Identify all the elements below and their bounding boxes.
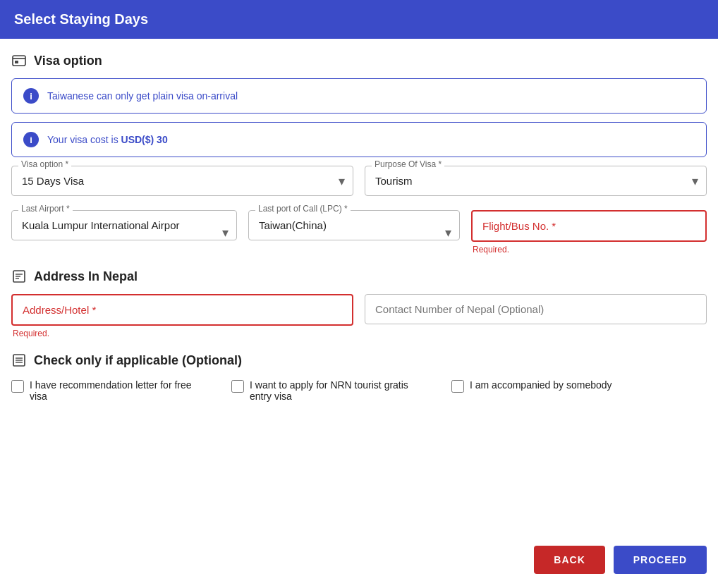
contact-input[interactable] (365, 294, 707, 324)
purpose-field: Purpose Of Visa * Tourism ▾ (365, 166, 707, 196)
address-row: Required. (11, 294, 707, 338)
info-banner-2: i Your visa cost is USD($) 30 (11, 122, 707, 157)
last-airport-select[interactable]: Kuala Lumpur International Airpor (11, 210, 237, 240)
page-header: Select Staying Days (0, 0, 718, 39)
checkbox-1[interactable] (11, 380, 24, 393)
checkbox-row: I have recommendation letter for free vi… (11, 379, 707, 402)
address-section-icon (11, 269, 27, 284)
info-icon-2: i (23, 132, 39, 147)
address-field: Required. (11, 294, 353, 338)
address-input[interactable] (11, 294, 353, 326)
address-error: Required. (11, 329, 353, 338)
checkboxes-section: I have recommendation letter for free vi… (11, 379, 707, 402)
info-icon-1: i (23, 88, 39, 104)
visa-purpose-row: Visa option * 15 Days Visa ▾ Purpose Of … (11, 166, 707, 196)
optional-section-header: Check only if applicable (Optional) (11, 353, 707, 368)
visa-section-title: Visa option (34, 54, 102, 68)
last-port-field: Last port of Call (LPC) * Taiwan(China) … (248, 210, 460, 255)
last-airport-label: Last Airport * (18, 204, 73, 214)
optional-section-icon (11, 353, 27, 368)
footer-buttons: BACK PROCEED (0, 539, 718, 588)
optional-section-title: Check only if applicable (Optional) (34, 353, 242, 368)
flight-bus-input[interactable] (471, 210, 707, 242)
proceed-button[interactable]: PROCEED (614, 546, 707, 574)
address-section-title: Address In Nepal (34, 269, 138, 284)
svg-rect-2 (15, 61, 18, 63)
flight-bus-field: Required. (471, 210, 707, 255)
checkbox-item-3: I am accompanied by somebody (451, 379, 612, 393)
visa-section-icon (11, 53, 27, 68)
last-airport-field: Last Airport * Kuala Lumpur Internationa… (11, 210, 237, 255)
visa-section-header: Visa option (11, 53, 707, 68)
checkbox-item-1: I have recommendation letter for free vi… (11, 379, 209, 402)
purpose-label: Purpose Of Visa * (372, 159, 444, 169)
checkbox-item-2: I want to apply for NRN tourist gratis e… (231, 379, 429, 402)
checkbox-3[interactable] (451, 380, 464, 393)
checkbox-1-label: I have recommendation letter for free vi… (30, 379, 209, 402)
address-section-header: Address In Nepal (11, 269, 707, 284)
last-port-select[interactable]: Taiwan(China) (248, 210, 460, 240)
purpose-select[interactable]: Tourism (365, 166, 707, 196)
contact-field (365, 294, 707, 338)
visa-option-label: Visa option * (18, 159, 71, 169)
checkbox-3-label: I am accompanied by somebody (470, 379, 612, 391)
info-text-2: Your visa cost is USD($) 30 (47, 134, 168, 145)
visa-option-field: Visa option * 15 Days Visa ▾ (11, 166, 353, 196)
visa-cost-amount: USD($) 30 (121, 134, 168, 145)
visa-option-select[interactable]: 15 Days Visa (11, 166, 353, 196)
checkbox-2[interactable] (231, 380, 244, 393)
last-port-label: Last port of Call (LPC) * (255, 204, 351, 214)
flight-bus-error: Required. (471, 245, 707, 255)
airport-flight-row: Last Airport * Kuala Lumpur Internationa… (11, 210, 707, 255)
info-text-2-prefix: Your visa cost is (47, 134, 121, 145)
svg-rect-0 (13, 56, 25, 66)
info-text-1: Taiwanese can only get plain visa on-arr… (47, 90, 238, 102)
back-button[interactable]: BACK (534, 546, 604, 574)
checkbox-2-label: I want to apply for NRN tourist gratis e… (250, 379, 429, 402)
info-banner-1: i Taiwanese can only get plain visa on-a… (11, 78, 707, 114)
page-title: Select Staying Days (14, 11, 148, 27)
